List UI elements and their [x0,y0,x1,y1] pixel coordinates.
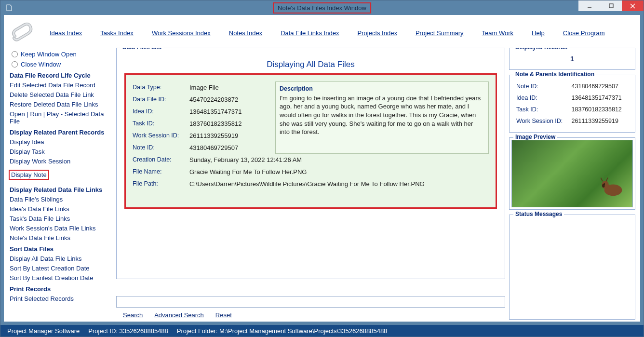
window-controls [578,0,644,11]
maximize-button[interactable] [600,0,622,11]
app-icon [4,3,14,13]
val-data-type: Image File [189,81,271,94]
nav-restore-links[interactable]: Restore Deleted Data File Links [10,101,112,108]
nav-group-print: Print Records [10,285,112,293]
nav-display-work-session[interactable]: Display Work Session [10,158,112,165]
image-preview-fieldset: Image Preview [509,137,635,210]
displayed-records-fieldset: Displayed Records 1 [509,48,635,70]
app-window: Note's Data Files Index Window Ide [0,0,644,337]
data-files-list-fieldset: Data Files List Displaying All Data File… [116,48,505,279]
lbl-work-session-id: Work Session ID: [133,130,186,142]
status-project-id: Project ID: 33526268885488 [88,327,168,335]
lbl-file-path: File Path: [133,178,186,190]
menu-data-file-links-index[interactable]: Data File Links Index [281,29,339,37]
nav-group-related-links: Display Related Data File Links [10,186,112,193]
lbl-data-file-id: Data File ID: [133,94,186,106]
val-data-file-id: 45470224203872 [189,94,271,106]
nav-siblings[interactable]: Data File's Siblings [10,196,112,203]
val-description: I'm going to be inserting an image of a … [280,94,484,136]
nav-sort-latest[interactable]: Sort By Latest Creation Date [10,265,112,272]
val-creation-date: Sunday, February 13, 2022 12:41:26 AM [189,154,489,166]
nav-display-note[interactable]: Display Note [9,170,49,180]
svg-point-7 [604,183,605,185]
val-task-id: 183760182335812 [189,118,271,130]
menu-projects-index[interactable]: Projects Index [358,29,397,37]
lbl-note-id: Note ID: [133,142,186,154]
menu-notes-index[interactable]: Notes Index [229,29,262,37]
nav-group-sort: Sort Data Files [10,245,112,253]
ids-row-ws: Work Session ID:26111339255919 [515,116,629,126]
paperclip-icon [9,21,35,45]
titlebar: Note's Data Files Index Window [0,0,644,15]
menu-ideas-index[interactable]: Ideas Index [50,29,82,37]
val-idea-id: 136481351747371 [189,106,271,118]
radio-keep-label: Keep Window Open [21,51,77,58]
ids-row-note: Note ID:43180469729507 [515,81,629,92]
image-preview-legend: Image Preview [513,134,557,140]
status-app-name: Project Manager Software [7,327,80,335]
reset-link[interactable]: Reset [215,311,232,319]
client-area: Ideas Index Tasks Index Work Sessions In… [4,15,640,322]
nav-print-selected[interactable]: Print Selected Records [10,295,112,302]
deer-icon [597,175,624,198]
nav-display-all-links[interactable]: Display All Data File Links [10,255,112,262]
radio-keep-window-open[interactable]: Keep Window Open [12,51,112,58]
nav-tasks-links[interactable]: Task's Data File Links [10,215,112,222]
nav-worksession-links[interactable]: Work Session's Data File Links [10,225,112,232]
nav-notes-links[interactable]: Note's Data File Links [10,234,112,242]
advanced-search-link[interactable]: Advanced Search [154,311,204,319]
ids-row-idea: Idea ID:136481351747371 [515,93,629,103]
lbl-file-name: File Name: [133,166,186,178]
nav-display-task[interactable]: Display Task [10,148,112,155]
lbl-idea-id: Idea ID: [133,106,186,118]
val-note-id: 43180469729507 [189,142,271,154]
description-box: Description I'm going to be inserting an… [275,81,489,154]
ids-fieldset: Note & Parents Identification Note ID:43… [509,75,635,133]
status-messages-legend: Status Messages [513,211,564,217]
close-button[interactable] [622,0,644,11]
radio-close-label: Close Window [21,61,61,68]
nav-group-parent: Display Related Parent Records [10,129,112,136]
menu-team-work[interactable]: Team Work [482,29,514,37]
lbl-data-type: Data Type: [133,81,186,94]
radio-close-window[interactable]: Close Window [12,61,112,68]
center-heading: Displaying All Data Files [121,60,500,69]
menu-project-summary[interactable]: Project Summary [416,29,464,37]
minimize-button[interactable] [578,0,600,11]
nav-display-idea[interactable]: Display Idea [10,138,112,146]
status-messages-fieldset: Status Messages [509,215,635,320]
statusbar: Project Manager Software Project ID: 335… [0,325,644,337]
menu-help[interactable]: Help [532,29,545,37]
lbl-creation-date: Creation Date: [133,154,186,166]
menu-close-program[interactable]: Close Program [563,29,605,37]
search-input[interactable] [116,296,505,308]
status-project-folder: Project Folder: M:\Project Management So… [177,327,388,335]
nav-delete-link[interactable]: Delete Selected Data File Link [10,91,112,98]
val-work-session-id: 26111339255919 [189,130,271,142]
val-file-path: C:\Users\Darren\Pictures\Wildlife Pictur… [189,178,489,190]
ids-legend: Note & Parents Identification [513,71,596,78]
window-title: Note's Data Files Index Window [278,4,366,12]
right-column: Displayed Records 1 Note & Parents Ident… [509,48,635,320]
search-bar: Search Advanced Search Reset [116,296,505,320]
center-panel: Data Files List Displaying All Data File… [116,48,505,320]
menu-work-sessions-index[interactable]: Work Sessions Index [152,29,211,37]
nav-edit-record[interactable]: Edit Selected Data File Record [10,81,112,89]
detail-card[interactable]: Data Type: Image File Description I'm go… [124,73,497,209]
data-files-list-legend: Data Files List [121,48,163,51]
nav-group-lifecycle: Data File Record Life Cycle [10,72,112,79]
lbl-task-id: Task ID: [133,118,186,130]
left-nav: Keep Window Open Close Window Data File … [9,48,112,320]
displayed-records-count: 1 [514,53,630,65]
nav-open-run-play[interactable]: Open | Run | Play - Selected Data File [10,110,112,125]
ids-row-task: Task ID:183760182335812 [515,104,629,115]
lbl-description: Description [280,85,484,93]
svg-rect-1 [609,4,613,8]
val-file-name: Gracie Waiting For Me To Follow Her.PNG [189,166,489,178]
nav-sort-earliest[interactable]: Sort By Earilest Creation Date [10,274,112,282]
menu-tasks-index[interactable]: Tasks Index [100,29,134,37]
search-link[interactable]: Search [123,311,143,319]
nav-ideas-links[interactable]: Idea's Data File Links [10,205,112,213]
window-title-highlight: Note's Data Files Index Window [273,2,371,13]
image-preview[interactable] [511,140,633,207]
